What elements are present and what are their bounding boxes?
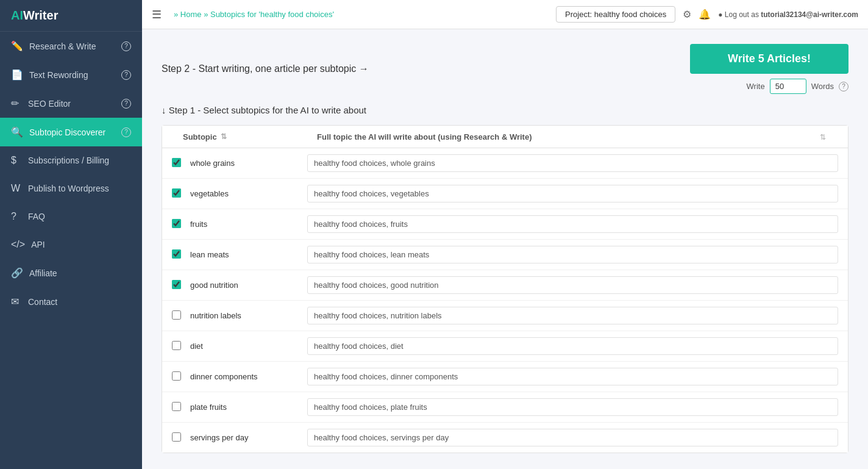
full-topic-input-2[interactable] <box>307 215 838 233</box>
table-row: diet <box>162 331 848 362</box>
sidebar-item-affiliate[interactable]: 🔗Affiliate <box>0 259 142 287</box>
subtopic-name-1: vegetables <box>190 189 300 198</box>
api-label: API <box>31 240 45 249</box>
seo-editor-label: SEO Editor <box>28 99 71 109</box>
write-articles-button[interactable]: Write 5 Articles! <box>690 44 848 74</box>
logo: AIWriter <box>0 0 142 32</box>
seo-editor-help-icon[interactable]: ? <box>121 99 131 109</box>
words-input[interactable] <box>770 79 806 94</box>
logo-writer: Writer <box>23 9 58 22</box>
sidebar-item-subtopic-discoverer[interactable]: 🔍Subtopic Discoverer? <box>0 118 142 146</box>
full-topic-input-5[interactable] <box>307 307 838 324</box>
breadcrumb: » Home » Subtopics for 'healthy food cho… <box>174 10 549 19</box>
subtopic-name-6: diet <box>190 342 300 351</box>
full-topic-input-4[interactable] <box>307 276 838 294</box>
sidebar: AIWriter ✏️Research & Write?📄Text Reword… <box>0 0 142 469</box>
checkbox-5 <box>172 310 183 321</box>
subscriptions-billing-icon: $ <box>11 155 22 166</box>
text-rewording-label: Text Rewording <box>29 70 88 80</box>
table-row: servings per day <box>162 423 848 453</box>
sort-full-icon[interactable]: ⇅ <box>820 133 826 141</box>
full-topic-input-6[interactable] <box>307 337 838 355</box>
row-checkbox-6[interactable] <box>172 341 181 350</box>
table-row: vegetables <box>162 179 848 209</box>
row-checkbox-8[interactable] <box>172 402 181 411</box>
sort-subtopic-icon[interactable]: ⇅ <box>221 132 227 141</box>
sidebar-item-faq[interactable]: ?FAQ <box>0 202 142 231</box>
subtopic-discoverer-label: Subtopic Discoverer <box>29 127 105 137</box>
row-checkbox-9[interactable] <box>172 432 181 442</box>
topbar: ☰ » Home » Subtopics for 'healthy food c… <box>142 0 868 29</box>
api-icon: </> <box>11 239 25 250</box>
checkbox-7 <box>172 371 183 382</box>
step2-label: Step 2 - Start writing, one article per … <box>162 63 369 74</box>
research-write-icon: ✏️ <box>11 40 23 52</box>
publish-wordpress-icon: W <box>11 183 22 194</box>
subtopic-name-0: whole grains <box>190 159 300 168</box>
row-checkbox-1[interactable] <box>172 188 181 198</box>
full-topic-input-0[interactable] <box>307 154 838 172</box>
words-label: Words <box>811 82 834 91</box>
sidebar-item-subscriptions-billing[interactable]: $Subscriptions / Billing <box>0 146 142 174</box>
table-row: dinner components <box>162 362 848 392</box>
content-area: Step 2 - Start writing, one article per … <box>142 29 868 469</box>
table-header: Subtopic ⇅ Full topic the AI will write … <box>162 126 848 148</box>
sidebar-item-research-write[interactable]: ✏️Research & Write? <box>0 32 142 60</box>
sidebar-item-api[interactable]: </>API <box>0 231 142 259</box>
subtopic-name-9: servings per day <box>190 433 300 442</box>
affiliate-label: Affiliate <box>29 268 57 278</box>
words-help-icon[interactable]: ? <box>839 82 848 91</box>
topbar-icons: ⚙ 🔔 ● Log out as tutorial32134@ai-writer… <box>683 9 858 20</box>
step1-header: ↓ Step 1 - Select subtopics for the AI t… <box>162 105 848 115</box>
row-checkbox-2[interactable] <box>172 219 181 228</box>
row-checkbox-5[interactable] <box>172 310 181 320</box>
research-write-help-icon[interactable]: ? <box>121 41 131 51</box>
full-topic-input-7[interactable] <box>307 368 838 385</box>
checkbox-3 <box>172 249 183 260</box>
sidebar-item-seo-editor[interactable]: ✏SEO Editor? <box>0 89 142 118</box>
seo-editor-icon: ✏ <box>11 98 22 109</box>
full-topic-input-9[interactable] <box>307 429 838 446</box>
table-row: plate fruits <box>162 392 848 423</box>
row-checkbox-4[interactable] <box>172 280 181 289</box>
full-topic-input-1[interactable] <box>307 185 838 202</box>
subtopic-name-7: dinner components <box>190 372 300 381</box>
row-checkbox-0[interactable] <box>172 158 181 167</box>
notifications-icon[interactable]: 🔔 <box>699 9 711 20</box>
affiliate-icon: 🔗 <box>11 267 23 279</box>
publish-wordpress-label: Publish to Wordpress <box>28 184 109 193</box>
project-selector[interactable]: Project: healthy food choices <box>556 6 675 23</box>
checkbox-2 <box>172 219 183 230</box>
subtopic-discoverer-icon: 🔍 <box>11 126 23 138</box>
full-topic-input-3[interactable] <box>307 246 838 263</box>
sidebar-item-text-rewording[interactable]: 📄Text Rewording? <box>0 60 142 89</box>
text-rewording-icon: 📄 <box>11 69 23 81</box>
subtopic-name-4: good nutrition <box>190 281 300 290</box>
sidebar-item-contact[interactable]: ✉Contact <box>0 287 142 316</box>
text-rewording-help-icon[interactable]: ? <box>121 70 131 80</box>
sidebar-item-publish-wordpress[interactable]: WPublish to Wordpress <box>0 174 142 202</box>
table-row: whole grains <box>162 148 848 179</box>
step2-right: Write 5 Articles! Write Words ? <box>690 44 848 94</box>
checkbox-8 <box>172 402 183 413</box>
row-checkbox-3[interactable] <box>172 249 181 259</box>
subtopic-name-3: lean meats <box>190 250 300 259</box>
table-row: fruits <box>162 209 848 240</box>
row-checkbox-7[interactable] <box>172 371 181 381</box>
logo-ai: AI <box>11 9 23 22</box>
faq-icon: ? <box>11 211 22 222</box>
subtopic-discoverer-help-icon[interactable]: ? <box>121 127 131 137</box>
checkbox-6 <box>172 341 183 352</box>
checkbox-9 <box>172 432 183 443</box>
menu-icon[interactable]: ☰ <box>152 8 162 21</box>
full-topic-input-8[interactable] <box>307 398 838 416</box>
step2-row: Step 2 - Start writing, one article per … <box>162 44 848 94</box>
table-row: nutrition labels <box>162 301 848 331</box>
write-words-row: Write Words ? <box>747 79 848 94</box>
table-row: lean meats <box>162 240 848 270</box>
subscriptions-billing-label: Subscriptions / Billing <box>28 156 109 165</box>
settings-icon[interactable]: ⚙ <box>683 9 691 20</box>
main-content: ☰ » Home » Subtopics for 'healthy food c… <box>142 0 868 469</box>
write-label: Write <box>747 82 765 91</box>
contact-label: Contact <box>28 297 57 307</box>
